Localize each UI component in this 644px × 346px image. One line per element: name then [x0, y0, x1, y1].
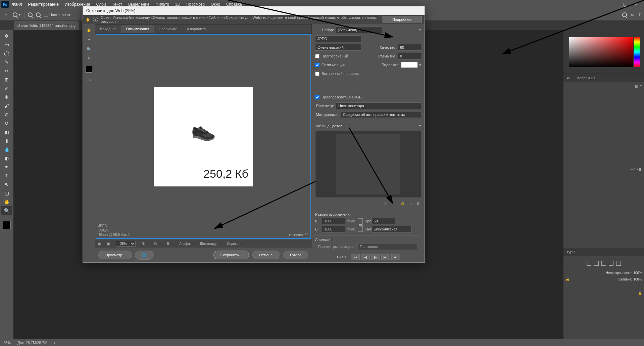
format-select[interactable]: JPEG [315, 35, 361, 42]
brush-tool-icon[interactable]: 🖌 [1, 101, 12, 110]
trash-icon[interactable]: 🗑 [639, 167, 642, 171]
tab-contours[interactable]: туры [563, 248, 579, 256]
resize-checkbox[interactable] [44, 13, 48, 17]
dialog-title-bar[interactable]: Сохранить для Web (25%) [83, 6, 425, 15]
list-view-icon[interactable]: ≡ [640, 84, 642, 88]
heal-tool-icon[interactable]: ✚ [1, 93, 12, 101]
blur-tool-icon[interactable]: 💧 [1, 145, 12, 154]
slice-tool-icon[interactable]: ✂ [85, 36, 93, 44]
grid-toggle-icon[interactable]: ▦ [98, 242, 101, 246]
last-frame-button[interactable]: ⏭ [391, 254, 400, 260]
eyedropper-tool-icon[interactable]: ✎ [85, 54, 93, 62]
tab-2up[interactable]: 2 варианта [154, 25, 182, 33]
color-swatch[interactable] [86, 66, 92, 73]
grid-view-icon[interactable]: ▦ [635, 84, 638, 88]
ct-lock-icon[interactable]: 🔒 [400, 201, 405, 206]
matte-swatch[interactable] [401, 62, 418, 68]
hand-tool-icon[interactable]: ✋ [1, 198, 12, 206]
lock-icon[interactable]: 🔒 [565, 277, 569, 281]
quality-input[interactable] [398, 44, 421, 51]
menu-icon[interactable]: ≡ [419, 124, 421, 128]
dodge-tool-icon[interactable]: ◐ [1, 154, 12, 163]
pen-tool-icon[interactable]: ✒ [1, 163, 12, 171]
srgb-checkbox[interactable] [315, 95, 319, 99]
tab-4up[interactable]: 4 варианта [182, 25, 211, 33]
tip-more-button[interactable]: Подробнее [382, 16, 422, 23]
first-frame-button[interactable]: ⏮ [351, 254, 360, 260]
ct-icon[interactable]: ▭ [408, 201, 413, 206]
preview-button[interactable]: Просмотр... [98, 251, 132, 259]
ct-trash-icon[interactable]: 🗑 [416, 201, 421, 206]
close-icon[interactable]: ✕ [632, 1, 640, 8]
zoom-tool-icon[interactable]: 🔍 [1, 206, 12, 215]
zoom-tool-icon[interactable]: 🔍 [85, 45, 93, 53]
prev-frame-button[interactable]: ◀ [361, 254, 370, 260]
gradient-tool-icon[interactable]: ▮ [1, 136, 12, 145]
height-input[interactable] [322, 226, 345, 232]
zoom-dropdown-icon[interactable]: ▾ [19, 12, 21, 17]
tab-original[interactable]: Исходное [95, 25, 121, 33]
move-tool-icon[interactable]: ✥ [1, 32, 12, 40]
next-frame-button[interactable]: ▶| [381, 254, 390, 260]
resample-select[interactable]: Бикубическая [371, 226, 412, 232]
layer-filter-icon[interactable] [594, 261, 599, 266]
percent-input[interactable] [371, 218, 395, 224]
embed-profile-checkbox[interactable] [315, 72, 319, 76]
link-icon[interactable]: ⛓ [358, 218, 363, 232]
layer-filter-icon[interactable] [601, 261, 606, 266]
layer-filter-icon[interactable] [587, 261, 591, 266]
maximize-icon[interactable]: ◱ [621, 1, 629, 8]
eraser-tool-icon[interactable]: ◧ [1, 128, 12, 136]
width-input[interactable] [322, 218, 345, 224]
layout-icon[interactable]: ▭ [631, 12, 634, 17]
fill-value[interactable]: 100% [633, 277, 642, 281]
stamp-tool-icon[interactable]: ⊙ [1, 110, 12, 119]
shape-tool-icon[interactable]: ▢ [1, 189, 12, 198]
zoom-in-icon[interactable] [28, 12, 33, 17]
play-button[interactable]: ▶ [371, 254, 380, 260]
done-button[interactable]: Готово [283, 251, 308, 259]
layer-filter-icon[interactable] [616, 261, 621, 266]
eyedropper-tool-icon[interactable]: ✐ [1, 84, 12, 93]
hand-tool-icon[interactable]: ✋ [85, 26, 93, 34]
crop-tool-icon[interactable]: ✂ [1, 67, 12, 75]
preview-area[interactable]: 👟 250,2 Кб JPEG 250,2K 46 сек @ 56,6 кби… [96, 34, 311, 239]
search-icon[interactable] [622, 12, 627, 17]
menu-edit[interactable]: Редактирование [26, 1, 61, 8]
menu-file[interactable]: Файл [9, 1, 25, 8]
opacity-value[interactable]: 100% [633, 271, 642, 275]
cancel-button[interactable]: Отмена [252, 251, 280, 259]
save-button[interactable]: Сохранить... [213, 251, 249, 259]
color-field[interactable] [569, 37, 633, 67]
type-tool-icon[interactable]: T [1, 171, 12, 180]
tab-correction[interactable]: Коррекция [574, 74, 599, 82]
hand-tool-icon[interactable]: ✋ [86, 17, 90, 22]
browser-preview-button[interactable]: 🌐 [135, 251, 154, 260]
zoom-icon[interactable] [13, 12, 17, 17]
document-tab[interactable]: shawn-fields-1198524-unsplash.jpg [14, 21, 79, 30]
home-icon[interactable]: ⌂ [3, 11, 9, 18]
preset-select[interactable]: [Безимени] [336, 27, 382, 33]
chevron-down-icon[interactable]: ▾ [419, 63, 421, 67]
progressive-checkbox[interactable] [315, 54, 319, 58]
layer-filter-icon[interactable] [609, 261, 613, 266]
path-tool-icon[interactable]: ↖ [1, 180, 12, 189]
quality-preset-select[interactable]: Очень высокий [315, 44, 361, 51]
quickselect-tool-icon[interactable]: ✎ [1, 58, 12, 67]
preview-mode-select[interactable]: Цвет монитора [336, 102, 421, 109]
zoom-select[interactable]: 25% [116, 241, 136, 247]
grid-toggle-icon[interactable]: ▣ [107, 242, 110, 246]
metadata-select[interactable]: Сведения об авт. правах и контакты [341, 111, 421, 118]
tab-optimized[interactable]: Оптимизация [121, 25, 154, 33]
status-expand-icon[interactable]: › [54, 341, 55, 345]
share-icon[interactable]: ⇪ [638, 12, 641, 17]
minimize-icon[interactable]: — [610, 1, 618, 8]
marquee-tool-icon[interactable]: ▭ [1, 40, 12, 49]
lasso-tool-icon[interactable]: ◯ [1, 49, 12, 58]
optimized-checkbox[interactable] [315, 63, 319, 67]
ct-icon[interactable]: ◇ [384, 201, 389, 206]
status-zoom[interactable]: 25% [3, 341, 11, 345]
slice-visibility-icon[interactable]: ▭ [85, 76, 93, 84]
foreground-color-swatch[interactable] [3, 221, 11, 229]
frame-tool-icon[interactable]: ⊞ [1, 75, 12, 84]
